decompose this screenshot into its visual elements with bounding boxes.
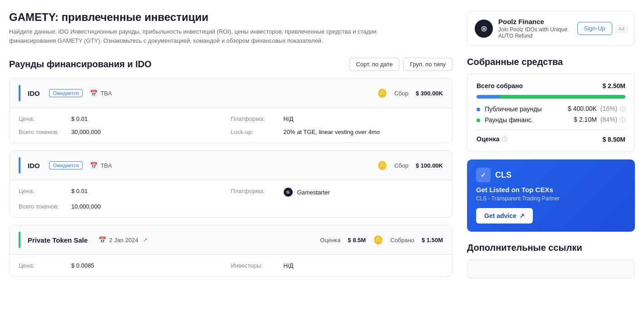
- ad-info: Poolz Finance Join Poolz IDOs with Uniqu…: [498, 18, 572, 39]
- external-link-icon-3[interactable]: ↗: [143, 237, 147, 243]
- ad-banner: ⊗ Poolz Finance Join Poolz IDOs with Uni…: [467, 11, 635, 46]
- investors-label-3: Инвесторы:: [231, 262, 281, 269]
- price-label-3: Цена:: [19, 262, 69, 269]
- cls-name: CLS: [495, 170, 511, 180]
- raise-label-2: Сбор: [394, 162, 408, 169]
- ad-description: Join Poolz IDOs with Unique AUTO Refund: [498, 26, 572, 39]
- public-rounds-amount-group: $ 400.00K (16%) ⓘ: [568, 105, 625, 113]
- round-date-value-1: TBA: [100, 90, 112, 97]
- public-rounds-label-group: Публичные раунды: [477, 105, 542, 113]
- round-date-value-3: 2 Jan 2024: [109, 237, 138, 243]
- platform-value-2: Gamestarter: [297, 189, 330, 196]
- platform-item-2: Платформа: G Gamestarter: [231, 188, 443, 197]
- price-value-2: $ 0.01: [71, 188, 88, 194]
- tokens-value-1: 30,000,000: [71, 129, 101, 135]
- accent-bar-3: [19, 232, 20, 248]
- platform-label-1: Платформа:: [231, 115, 281, 122]
- raise-label-1: Сбор: [394, 90, 408, 97]
- funds-progress-bar: [477, 95, 625, 99]
- calendar-icon-2: 📅: [90, 162, 98, 169]
- cls-logo-icon: ✓: [481, 171, 486, 179]
- total-amount: $ 2.50M: [602, 82, 625, 89]
- raise-amount-2: $ 100.00K: [416, 162, 443, 169]
- round-date-1: 📅 TBA: [90, 89, 112, 97]
- platform-value-1: Н/Д: [284, 115, 294, 122]
- round-card-1-header: IDO Ожидается 📅 TBA 🪙 Сбор $ 300.00K: [10, 79, 452, 108]
- price-item-1: Цена: $ 0.01: [19, 115, 231, 122]
- valuation-label: Оценка: [477, 135, 500, 143]
- valuation-info-icon[interactable]: ⓘ: [502, 136, 507, 143]
- ad-label: Ad: [616, 25, 627, 32]
- progress-green: [500, 95, 625, 99]
- signup-button[interactable]: Sign-Up: [577, 22, 612, 35]
- raise-label-3: Оценка: [320, 237, 340, 243]
- calendar-icon-1: 📅: [90, 89, 98, 97]
- valuation-amount: $ 8.50M: [602, 136, 625, 143]
- poolz-logo-icon: ⊗: [481, 24, 487, 34]
- total-label: Всего собрано: [477, 82, 523, 89]
- round-card-2-header: IDO Ожидается 📅 TBA 🪙 Сбор $ 100.00K: [10, 151, 452, 180]
- tokens-item-2: Всего токенов: 10,000,000: [19, 203, 231, 210]
- group-button[interactable]: Груп. по типу: [403, 58, 452, 71]
- additional-links-placeholder: [467, 259, 635, 278]
- round-card-3-body: Цена: $ 0.0085 Инвесторы: Н/Д: [10, 255, 452, 276]
- round-card-1-body: Цена: $ 0.01 Платформа: Н/Д Всего токено…: [10, 108, 452, 143]
- tokens-value-2: 10,000,000: [71, 203, 101, 210]
- lockup-value-1: 20% at TGE, linear vesting over 4mo: [284, 129, 380, 135]
- public-rounds-label: Публичные раунды: [485, 105, 542, 113]
- get-advice-label: Get advice: [484, 212, 516, 219]
- calendar-icon-3: 📅: [98, 236, 106, 243]
- section-actions: Сорт. по дате Груп. по типу: [349, 58, 452, 71]
- public-rounds-amount: $ 400.00K: [568, 105, 597, 112]
- valuation-row: Оценка ⓘ $ 8.50M: [477, 135, 625, 144]
- round-type-2: IDO: [28, 162, 40, 169]
- accent-bar-2: [19, 157, 20, 174]
- public-rounds-info-icon[interactable]: ⓘ: [620, 106, 625, 112]
- platform-label-2: Платформа:: [231, 188, 281, 194]
- platform-item-1: Платформа: Н/Д: [231, 115, 443, 122]
- main-content: GAMETY: привлеченные инвестиции Найдите …: [9, 11, 452, 284]
- cls-tagline: Get Listed on Top CEXs: [476, 186, 626, 194]
- round-badge-1: Ожидается: [49, 89, 83, 97]
- round-card-3: Private Token Sale 📅 2 Jan 2024 ↗ Оценка…: [9, 225, 452, 277]
- get-advice-arrow-icon: ↗: [519, 212, 525, 219]
- raise-amount-label-3: $ 8.5M: [348, 237, 366, 243]
- tokens-item-1: Всего токенов: 30,000,000: [19, 129, 231, 135]
- rounds-section-header: Раунды финансирования и IDO Сорт. по дат…: [9, 58, 452, 71]
- ad-name: Poolz Finance: [498, 18, 572, 25]
- sidebar: ⊗ Poolz Finance Join Poolz IDOs with Uni…: [467, 11, 635, 284]
- round-date-2: 📅 TBA: [90, 162, 112, 169]
- coin-icon-1: 🪙: [377, 88, 387, 98]
- raise-amount-1: $ 300.00K: [416, 90, 443, 97]
- round-card-2-body: Цена: $ 0.01 Платформа: G Gamestarter Вс…: [10, 180, 452, 217]
- finance-rounds-amount: $ 2.10M: [574, 116, 597, 123]
- finance-rounds-label-group: Раунды финанс.: [477, 116, 533, 124]
- dot-blue: [477, 108, 480, 111]
- rounds-section-title: Раунды финансирования и IDO: [9, 59, 152, 70]
- ad-actions: Sign-Up Ad: [577, 22, 627, 35]
- funds-card: Всего собрано $ 2.50M Публичные раунды $…: [467, 74, 635, 152]
- public-rounds-pct: (16%): [600, 105, 617, 112]
- collected-amount-3: $ 1.50M: [422, 237, 443, 243]
- investors-value-3: Н/Д: [284, 262, 294, 269]
- price-label-1: Цена:: [19, 115, 69, 122]
- funds-divider: [477, 129, 625, 130]
- page-title: GAMETY: привлеченные инвестиции: [9, 11, 452, 24]
- cls-header: ✓ CLS: [476, 168, 626, 182]
- cls-logo: ✓: [476, 168, 491, 182]
- round-header-right-1: 🪙 Сбор $ 300.00K: [377, 88, 443, 98]
- poolz-logo: ⊗: [475, 20, 493, 38]
- lockup-item-1: Lock-up: 20% at TGE, linear vesting over…: [231, 129, 443, 135]
- total-funds-row: Всего собрано $ 2.50M: [477, 82, 625, 89]
- round-card-1: IDO Ожидается 📅 TBA 🪙 Сбор $ 300.00K Цен…: [9, 78, 452, 143]
- round-details-3: Цена: $ 0.0085 Инвесторы: Н/Д: [19, 262, 443, 269]
- round-card-2: IDO Ожидается 📅 TBA 🪙 Сбор $ 100.00K Цен…: [9, 150, 452, 218]
- round-type-3: Private Token Sale: [28, 236, 88, 244]
- sort-button[interactable]: Сорт. по дате: [349, 58, 399, 71]
- cls-subtitle: CLS - Transparent Trading Partner: [476, 195, 626, 202]
- finance-rounds-info-icon[interactable]: ⓘ: [620, 117, 625, 123]
- gamestarter-logo: G: [284, 188, 293, 197]
- round-details-1: Цена: $ 0.01 Платформа: Н/Д Всего токено…: [19, 115, 443, 135]
- get-advice-button[interactable]: Get advice ↗: [476, 208, 533, 224]
- funds-section-title: Собранные средства: [467, 57, 635, 67]
